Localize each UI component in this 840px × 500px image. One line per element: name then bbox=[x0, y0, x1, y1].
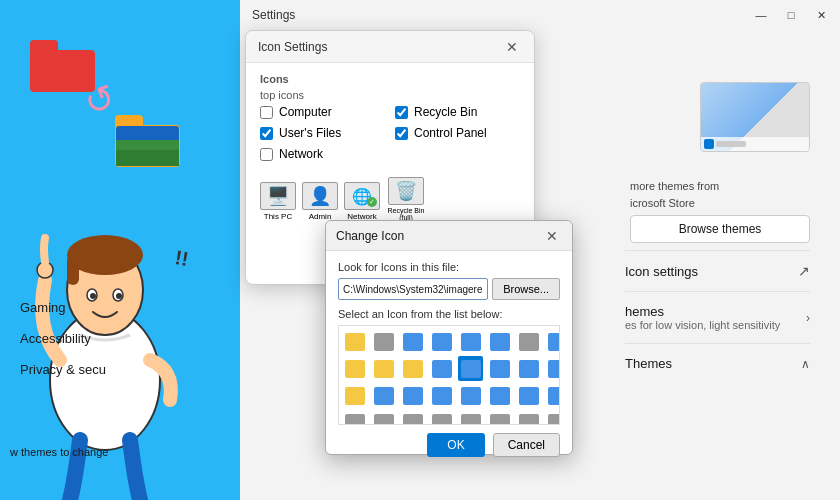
sidebar-item-privacy[interactable]: Privacy & secu bbox=[10, 354, 235, 385]
checkbox-recycle-label: Recycle Bin bbox=[414, 105, 477, 119]
checkbox-user-row: User's Files bbox=[260, 126, 385, 140]
checkbox-control-label: Control Panel bbox=[414, 126, 487, 140]
admin-icon: 👤 bbox=[302, 182, 338, 210]
change-icon-titlebar: Change Icon ✕ bbox=[326, 221, 572, 251]
filepath-label: Look for Icons in this file: bbox=[338, 261, 560, 273]
icon-cell[interactable] bbox=[342, 329, 367, 354]
icon-settings-body: Icons top icons Computer Recycle Bin Use… bbox=[246, 63, 534, 235]
icon-cell[interactable] bbox=[400, 329, 425, 354]
bottom-hint-text: w themes to change bbox=[10, 445, 108, 460]
settings-titlebar: Settings — □ ✕ bbox=[240, 0, 840, 30]
select-icon-label: Select an Icon from the list below: bbox=[338, 308, 560, 320]
icon-cell[interactable] bbox=[458, 383, 483, 408]
maximize-button[interactable]: □ bbox=[777, 3, 805, 27]
illustration-panel: ↺ bbox=[0, 0, 245, 500]
close-button[interactable]: ✕ bbox=[807, 3, 835, 27]
checkbox-network-row: Network bbox=[260, 147, 385, 161]
sidebar-item-gaming[interactable]: Gaming bbox=[10, 292, 235, 323]
checkbox-control[interactable] bbox=[395, 127, 408, 140]
theme-preview bbox=[700, 82, 810, 152]
theme-preview-taskbar bbox=[701, 137, 809, 151]
icon-cell[interactable] bbox=[545, 356, 560, 381]
desktop-icon-recycle-full[interactable]: 🗑️ Recycle Bin (full) bbox=[386, 177, 426, 221]
network-icon: 🌐 ✓ bbox=[344, 182, 380, 210]
icon-cell[interactable] bbox=[342, 356, 367, 381]
checkbox-network-label: Network bbox=[279, 147, 323, 161]
checkbox-recycle-row: Recycle Bin bbox=[395, 105, 520, 119]
checkbox-user[interactable] bbox=[260, 127, 273, 140]
icon-cell[interactable] bbox=[400, 356, 425, 381]
icon-cell[interactable] bbox=[545, 329, 560, 354]
icon-cell[interactable] bbox=[429, 356, 454, 381]
icon-cell[interactable] bbox=[371, 329, 396, 354]
icon-cell[interactable] bbox=[545, 383, 560, 408]
icon-cell[interactable] bbox=[545, 410, 560, 425]
filepath-input[interactable] bbox=[338, 278, 488, 300]
svg-rect-1 bbox=[30, 40, 58, 54]
taskbar-search-bar bbox=[716, 141, 746, 147]
checkbox-recycle[interactable] bbox=[395, 106, 408, 119]
icon-cell[interactable] bbox=[487, 410, 512, 425]
change-icon-close-button[interactable]: ✕ bbox=[542, 226, 562, 246]
external-link-icon: ↗ bbox=[798, 263, 810, 279]
cancel-button[interactable]: Cancel bbox=[493, 433, 560, 457]
checkbox-computer-label: Computer bbox=[279, 105, 332, 119]
sidebar-item-accessibility[interactable]: Accessibility bbox=[10, 323, 235, 354]
icon-cell[interactable] bbox=[342, 383, 367, 408]
ok-button[interactable]: OK bbox=[427, 433, 484, 457]
checkbox-network[interactable] bbox=[260, 148, 273, 161]
settings-window-title: Settings bbox=[240, 8, 747, 22]
icon-cell[interactable] bbox=[516, 356, 541, 381]
browse-themes-button[interactable]: Browse themes bbox=[630, 215, 810, 243]
browse-themes-section: more themes fromicrosoft Store Browse th… bbox=[630, 178, 810, 243]
icon-cell[interactable] bbox=[458, 356, 483, 381]
icon-cell[interactable] bbox=[516, 410, 541, 425]
checkbox-computer[interactable] bbox=[260, 106, 273, 119]
this-pc-icon: 🖥️ bbox=[260, 182, 296, 210]
icon-cell[interactable] bbox=[371, 383, 396, 408]
minimize-button[interactable]: — bbox=[747, 3, 775, 27]
icon-cell[interactable] bbox=[429, 329, 454, 354]
icon-settings-row[interactable]: Icon settings ↗ bbox=[625, 250, 810, 291]
icon-cell[interactable] bbox=[487, 329, 512, 354]
dialog-buttons: OK Cancel bbox=[338, 433, 560, 457]
icon-cell[interactable] bbox=[400, 410, 425, 425]
change-icon-body: Look for Icons in this file: Browse... S… bbox=[326, 251, 572, 467]
icon-cell[interactable] bbox=[487, 356, 512, 381]
svg-rect-6 bbox=[116, 140, 179, 150]
icon-cell[interactable] bbox=[487, 383, 512, 408]
icon-cell[interactable] bbox=[371, 410, 396, 425]
icon-settings-close-button[interactable]: ✕ bbox=[502, 37, 522, 57]
icon-cell[interactable] bbox=[516, 383, 541, 408]
icon-settings-title: Icon Settings bbox=[258, 40, 327, 54]
window-controls: — □ ✕ bbox=[747, 3, 835, 27]
recycle-full-label: Recycle Bin (full) bbox=[386, 207, 426, 221]
icon-cell[interactable] bbox=[429, 383, 454, 408]
chevron-up-icon: ∧ bbox=[801, 357, 810, 371]
checkbox-user-label: User's Files bbox=[279, 126, 341, 140]
themes-row-collapsed[interactable]: Themes ∧ bbox=[625, 343, 810, 383]
desktop-icon-this-pc[interactable]: 🖥️ This PC bbox=[260, 182, 296, 221]
icon-cell[interactable] bbox=[400, 383, 425, 408]
icon-cell[interactable] bbox=[458, 410, 483, 425]
desktop-icon-admin[interactable]: 👤 Admin bbox=[302, 182, 338, 221]
icon-settings-titlebar: Icon Settings ✕ bbox=[246, 31, 534, 63]
icon-grid bbox=[338, 325, 560, 425]
desktop-icons-row: 🖥️ This PC 👤 Admin 🌐 ✓ Network 🗑️ Recycl… bbox=[260, 173, 520, 225]
icon-cell[interactable] bbox=[458, 329, 483, 354]
checkbox-control-row: Control Panel bbox=[395, 126, 520, 140]
desktop-icon-network[interactable]: 🌐 ✓ Network bbox=[344, 182, 380, 221]
icon-cell[interactable] bbox=[371, 356, 396, 381]
browse-button[interactable]: Browse... bbox=[492, 278, 560, 300]
icon-cell[interactable] bbox=[342, 410, 367, 425]
chevron-right-icon: › bbox=[806, 311, 810, 325]
top-icons-label: top icons bbox=[260, 89, 520, 101]
filepath-row: Browse... bbox=[338, 278, 560, 300]
svg-rect-10 bbox=[67, 255, 79, 285]
checkbox-area: Computer Recycle Bin User's Files Contro… bbox=[260, 105, 520, 165]
contrast-themes-row[interactable]: hemes es for low vision, light sensitivi… bbox=[625, 291, 810, 343]
change-icon-title: Change Icon bbox=[336, 229, 404, 243]
icon-cell[interactable] bbox=[516, 329, 541, 354]
icon-cell[interactable] bbox=[429, 410, 454, 425]
icons-section-label: Icons bbox=[260, 73, 520, 85]
